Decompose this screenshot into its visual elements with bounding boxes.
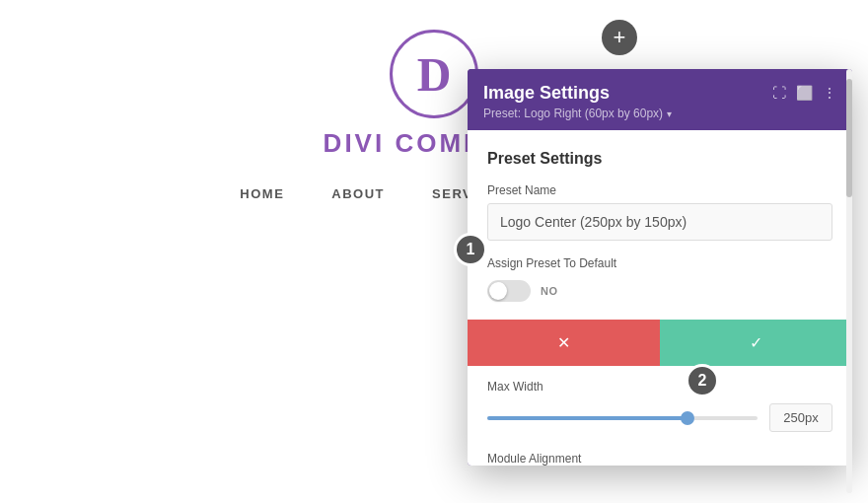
preset-name-label: Preset Name: [487, 183, 832, 197]
slider-thumb: [681, 411, 694, 425]
panel-subtitle[interactable]: Preset: Logo Right (60px by 60px) ▾: [483, 107, 672, 120]
step-badge-1: 1: [454, 233, 487, 266]
preset-name-input[interactable]: [487, 203, 832, 241]
nav-about[interactable]: ABOUT: [331, 186, 385, 201]
nav-home[interactable]: HOME: [240, 186, 284, 201]
confirm-button[interactable]: ✓: [660, 320, 852, 366]
module-alignment-label: Module Alignment: [487, 452, 832, 466]
plus-icon: +: [614, 25, 626, 50]
panel-header: Image Settings Preset: Logo Right (60px …: [468, 69, 852, 130]
panel-scrollbar[interactable]: [846, 69, 852, 493]
more-options-icon[interactable]: ⋮: [823, 85, 836, 101]
cancel-icon: ✕: [557, 333, 570, 352]
confirm-icon: ✓: [750, 333, 762, 352]
action-buttons: ✕ ✓: [468, 320, 852, 366]
slider-fill: [487, 416, 690, 420]
badge-2-label: 2: [698, 372, 707, 390]
add-module-button[interactable]: +: [602, 20, 637, 55]
image-settings-panel: Image Settings Preset: Logo Right (60px …: [468, 69, 852, 466]
badge-1-label: 1: [467, 241, 475, 258]
slider-row: [487, 403, 832, 432]
max-width-label: Max Width: [487, 380, 832, 394]
assign-toggle[interactable]: [487, 280, 531, 302]
cancel-button[interactable]: ✕: [468, 320, 660, 366]
max-width-slider[interactable]: [487, 416, 758, 420]
assign-preset-label: Assign Preset To Default: [487, 256, 832, 270]
divi-letter: D: [417, 47, 452, 102]
toggle-thumb: [489, 282, 507, 300]
panel-title-area: Image Settings Preset: Logo Right (60px …: [483, 83, 672, 120]
preset-subtitle-text: Preset: Logo Right (60px by 60px): [483, 107, 663, 120]
split-icon[interactable]: ⬜: [796, 85, 813, 101]
max-width-value[interactable]: [769, 403, 832, 432]
expand-icon[interactable]: ⛶: [772, 85, 786, 101]
scrollbar-thumb[interactable]: [846, 79, 852, 197]
module-alignment-section: Module Alignment: [468, 442, 852, 466]
panel-header-icons: ⛶ ⬜ ⋮: [772, 85, 836, 101]
divi-circle-logo: D: [390, 30, 478, 118]
panel-title: Image Settings: [483, 83, 672, 104]
subtitle-chevron-icon: ▾: [667, 108, 672, 119]
assign-toggle-row: NO: [487, 280, 832, 302]
panel-body: Preset Settings Preset Name Assign Prese…: [468, 130, 852, 366]
preset-settings-title: Preset Settings: [487, 150, 832, 168]
max-width-section: Max Width: [468, 366, 852, 442]
step-badge-2: 2: [686, 364, 719, 397]
toggle-no-label: NO: [541, 285, 558, 297]
